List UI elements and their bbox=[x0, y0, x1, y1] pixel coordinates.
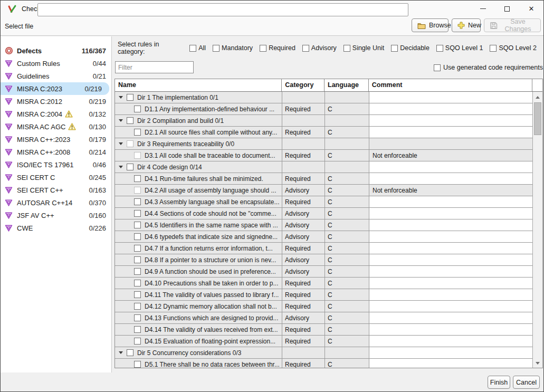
column-header-comment[interactable]: Comment bbox=[369, 79, 532, 91]
sidebar-item-misra-c-2012[interactable]: MISRA C:20120/219 bbox=[1, 95, 111, 108]
new-button[interactable]: New bbox=[452, 18, 481, 32]
rule-row[interactable]: D4.10 Precautions shall be taken in orde… bbox=[115, 278, 533, 289]
sidebar-item-misra-ac-agc[interactable]: MISRA AC AGC0/130 bbox=[1, 120, 111, 133]
category-option-all[interactable]: All bbox=[189, 44, 206, 52]
row-checkbox[interactable] bbox=[134, 175, 141, 182]
cancel-button[interactable]: Cancel bbox=[513, 376, 540, 389]
comment-cell[interactable] bbox=[369, 312, 533, 324]
sidebar-item-misra-c-2023[interactable]: MISRA C++:20230/179 bbox=[1, 133, 111, 146]
category-option-sqo-level-1[interactable]: SQO Level 1 bbox=[436, 44, 483, 52]
row-checkbox[interactable] bbox=[134, 222, 141, 228]
rule-row[interactable]: D4.13 Functions which are designed to pr… bbox=[115, 312, 533, 324]
column-header-name[interactable]: Name bbox=[115, 79, 282, 91]
row-checkbox[interactable] bbox=[134, 129, 141, 136]
category-option-single-unit[interactable]: Single Unit bbox=[343, 44, 384, 52]
comment-cell[interactable] bbox=[369, 173, 533, 185]
scrollbar-thumb[interactable] bbox=[534, 102, 541, 135]
group-row[interactable]: Dir 5 Concurrency considerations 0/3 bbox=[115, 347, 533, 359]
category-option-advisory[interactable]: Advisory bbox=[302, 44, 337, 52]
comment-cell[interactable] bbox=[369, 231, 533, 243]
comment-cell[interactable] bbox=[369, 301, 533, 312]
group-row[interactable]: Dir 1 The implementation 0/1 bbox=[115, 92, 533, 103]
sidebar-item-sei-cert-c-[interactable]: SEI CERT C++0/163 bbox=[1, 184, 111, 196]
row-checkbox[interactable] bbox=[127, 140, 133, 147]
sidebar-item-cwe[interactable]: CWE0/226 bbox=[1, 222, 111, 234]
sidebar-item-misra-c-2023[interactable]: MISRA C:20230/219 bbox=[1, 82, 109, 95]
row-checkbox[interactable] bbox=[134, 233, 141, 240]
row-checkbox[interactable] bbox=[134, 210, 141, 217]
category-option-mandatory[interactable]: Mandatory bbox=[213, 44, 253, 52]
comment-cell[interactable] bbox=[369, 103, 533, 115]
comment-cell[interactable] bbox=[369, 127, 533, 138]
minimize-button[interactable] bbox=[471, 1, 495, 17]
row-checkbox[interactable] bbox=[127, 164, 133, 170]
row-checkbox[interactable] bbox=[134, 198, 141, 205]
sidebar-item-sei-cert-c[interactable]: SEI CERT C0/245 bbox=[1, 171, 111, 184]
collapse-arrow-icon[interactable] bbox=[119, 142, 123, 145]
category-checkbox[interactable] bbox=[343, 45, 350, 52]
category-checkbox[interactable] bbox=[490, 45, 497, 52]
category-checkbox[interactable] bbox=[436, 45, 443, 52]
row-checkbox[interactable] bbox=[134, 303, 141, 310]
rule-row[interactable]: D4.14 The validity of values received fr… bbox=[115, 324, 533, 336]
rule-row[interactable]: D4.6 typedefs that indicate size and sig… bbox=[115, 231, 533, 243]
category-option-sqo-level-2[interactable]: SQO Level 2 bbox=[490, 44, 537, 52]
collapse-arrow-icon[interactable] bbox=[119, 119, 123, 122]
row-checkbox[interactable] bbox=[134, 280, 141, 286]
rule-row[interactable]: D4.1 Run-time failures shall be minimize… bbox=[115, 173, 533, 185]
row-checkbox[interactable] bbox=[127, 349, 133, 356]
collapse-arrow-icon[interactable] bbox=[119, 96, 123, 99]
row-checkbox[interactable] bbox=[134, 338, 141, 345]
row-checkbox[interactable] bbox=[134, 291, 141, 298]
comment-cell[interactable] bbox=[369, 347, 533, 359]
comment-cell[interactable] bbox=[369, 254, 533, 266]
rule-row[interactable]: D5.1 There shall be no data races betwee… bbox=[115, 359, 533, 368]
comment-cell[interactable] bbox=[369, 161, 533, 173]
row-checkbox[interactable] bbox=[134, 314, 141, 321]
finish-button[interactable]: Finish bbox=[488, 376, 510, 389]
comment-cell[interactable] bbox=[369, 336, 533, 347]
category-option-decidable[interactable]: Decidable bbox=[391, 44, 430, 52]
rule-row[interactable]: D1.1 Any implementation-defined behaviou… bbox=[115, 103, 533, 115]
comment-cell[interactable] bbox=[369, 219, 533, 231]
row-checkbox[interactable] bbox=[134, 256, 141, 263]
generated-code-option[interactable]: Use generated code requirements bbox=[434, 64, 543, 71]
category-checkbox[interactable] bbox=[260, 45, 266, 52]
vertical-scrollbar[interactable] bbox=[532, 92, 542, 368]
rule-row[interactable]: D4.15 Evaluation of floating-point expre… bbox=[115, 336, 533, 347]
row-checkbox[interactable] bbox=[127, 94, 133, 101]
row-checkbox[interactable] bbox=[134, 245, 141, 252]
rule-row[interactable]: D4.7 If a function returns error informa… bbox=[115, 243, 533, 254]
sidebar-item-defects[interactable]: Defects116/367 bbox=[1, 44, 111, 57]
sidebar-item-misra-c-2004[interactable]: MISRA C:20040/132 bbox=[1, 108, 111, 120]
browse-button[interactable]: Browse bbox=[412, 18, 448, 32]
column-header-category[interactable]: Category bbox=[282, 79, 325, 91]
category-checkbox[interactable] bbox=[213, 45, 219, 52]
comment-cell[interactable] bbox=[369, 196, 533, 208]
comment-cell[interactable]: Not enforceable bbox=[369, 150, 533, 161]
collapse-arrow-icon[interactable] bbox=[119, 166, 123, 168]
category-checkbox[interactable] bbox=[391, 45, 398, 52]
rule-row[interactable]: D4.8 If a pointer to a structure or unio… bbox=[115, 254, 533, 266]
comment-cell[interactable] bbox=[369, 289, 533, 301]
row-checkbox[interactable] bbox=[134, 106, 141, 112]
maximize-button[interactable] bbox=[495, 1, 519, 17]
sidebar-item-custom-rules[interactable]: Custom Rules0/44 bbox=[1, 57, 111, 70]
comment-cell[interactable] bbox=[369, 92, 533, 103]
group-row[interactable]: Dir 3 Requirements traceability 0/0 bbox=[115, 138, 533, 150]
comment-cell[interactable] bbox=[369, 115, 533, 127]
comment-cell[interactable] bbox=[369, 278, 533, 289]
filter-input[interactable] bbox=[115, 61, 194, 73]
category-option-required[interactable]: Required bbox=[260, 44, 295, 52]
rule-row[interactable]: D4.5 Identifiers in the same name space … bbox=[115, 219, 533, 231]
rule-row[interactable]: D4.3 Assembly language shall be encapsul… bbox=[115, 196, 533, 208]
rule-row[interactable]: D4.12 Dynamic memory allocation shall no… bbox=[115, 301, 533, 312]
column-header-language[interactable]: Language bbox=[325, 79, 369, 91]
generated-code-checkbox[interactable] bbox=[434, 64, 441, 71]
sidebar-item-autosar-c-14[interactable]: AUTOSAR C++140/370 bbox=[1, 196, 111, 209]
scroll-up-button[interactable] bbox=[533, 93, 542, 101]
category-checkbox[interactable] bbox=[189, 45, 196, 52]
file-path-input[interactable] bbox=[37, 3, 408, 16]
sidebar-item-guidelines[interactable]: Guidelines0/21 bbox=[1, 70, 111, 82]
row-checkbox[interactable] bbox=[134, 361, 141, 368]
